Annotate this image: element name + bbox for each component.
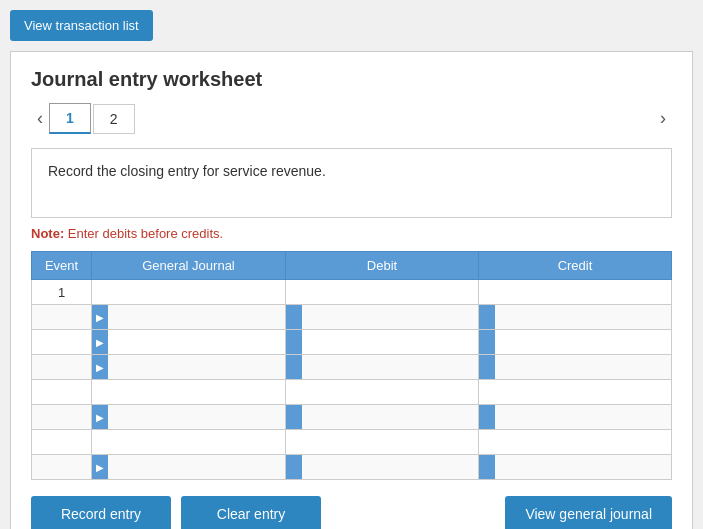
event-cell: [32, 380, 92, 405]
gj-input[interactable]: [108, 455, 285, 479]
table-row: ▶: [32, 455, 672, 480]
gj-cell[interactable]: ▶: [92, 455, 286, 480]
debit-arrow-icon: [286, 355, 302, 379]
tabs-row: ‹ 1 2 ›: [31, 103, 672, 134]
event-cell: [32, 355, 92, 380]
event-cell: 1: [32, 280, 92, 305]
journal-table: Event General Journal Debit Credit 1▶▶▶▶…: [31, 251, 672, 480]
credit-input[interactable]: [479, 380, 671, 404]
credit-input[interactable]: [495, 455, 671, 479]
debit-cell[interactable]: [286, 380, 479, 405]
credit-arrow-icon: [479, 330, 495, 354]
gj-input[interactable]: [92, 430, 285, 454]
event-cell: [32, 330, 92, 355]
gj-input[interactable]: [108, 330, 285, 354]
debit-cell[interactable]: [286, 305, 479, 330]
credit-arrow-icon: [479, 305, 495, 329]
gj-input[interactable]: [92, 380, 285, 404]
debit-cell[interactable]: [286, 280, 479, 305]
debit-input[interactable]: [302, 305, 478, 329]
indent-arrow-icon: ▶: [92, 405, 108, 429]
instruction-box: Record the closing entry for service rev…: [31, 148, 672, 218]
gj-cell[interactable]: ▶: [92, 330, 286, 355]
record-entry-button[interactable]: Record entry: [31, 496, 171, 529]
col-header-debit: Debit: [286, 252, 479, 280]
gj-input[interactable]: [108, 355, 285, 379]
debit-cell[interactable]: [286, 430, 479, 455]
indent-arrow-icon: ▶: [92, 330, 108, 354]
table-row: ▶: [32, 330, 672, 355]
debit-arrow-icon: [286, 330, 302, 354]
instruction-text: Record the closing entry for service rev…: [48, 163, 326, 179]
gj-cell[interactable]: ▶: [92, 305, 286, 330]
gj-cell[interactable]: [92, 380, 286, 405]
event-cell: [32, 305, 92, 330]
gj-cell[interactable]: ▶: [92, 355, 286, 380]
event-cell: [32, 430, 92, 455]
debit-input[interactable]: [302, 405, 478, 429]
gj-cell[interactable]: ▶: [92, 405, 286, 430]
table-row: ▶: [32, 355, 672, 380]
credit-cell[interactable]: [479, 455, 672, 480]
table-row: ▶: [32, 305, 672, 330]
table-row: ▶: [32, 405, 672, 430]
note-label: Note:: [31, 226, 64, 241]
tab-2[interactable]: 2: [93, 104, 135, 134]
table-row: [32, 380, 672, 405]
debit-input[interactable]: [302, 455, 478, 479]
credit-input[interactable]: [495, 355, 671, 379]
gj-input[interactable]: [108, 405, 285, 429]
debit-input[interactable]: [286, 380, 478, 404]
gj-input[interactable]: [92, 280, 285, 304]
credit-cell[interactable]: [479, 380, 672, 405]
credit-input[interactable]: [495, 405, 671, 429]
event-cell: [32, 455, 92, 480]
col-header-credit: Credit: [479, 252, 672, 280]
note-line: Note: Enter debits before credits.: [31, 226, 672, 241]
prev-tab-arrow[interactable]: ‹: [31, 106, 49, 131]
credit-input[interactable]: [495, 330, 671, 354]
note-text: Enter debits before credits.: [64, 226, 223, 241]
debit-input[interactable]: [302, 330, 478, 354]
credit-input[interactable]: [495, 305, 671, 329]
credit-arrow-icon: [479, 355, 495, 379]
table-row: 1: [32, 280, 672, 305]
event-cell: [32, 405, 92, 430]
tab-1[interactable]: 1: [49, 103, 91, 134]
view-general-journal-button[interactable]: View general journal: [505, 496, 672, 529]
view-transaction-button[interactable]: View transaction list: [10, 10, 153, 41]
debit-input[interactable]: [302, 355, 478, 379]
col-header-event: Event: [32, 252, 92, 280]
gj-cell[interactable]: [92, 430, 286, 455]
debit-arrow-icon: [286, 405, 302, 429]
bottom-buttons: Record entry Clear entry View general jo…: [31, 496, 672, 529]
credit-cell[interactable]: [479, 280, 672, 305]
debit-arrow-icon: [286, 455, 302, 479]
debit-cell[interactable]: [286, 455, 479, 480]
credit-arrow-icon: [479, 455, 495, 479]
debit-arrow-icon: [286, 305, 302, 329]
top-bar: View transaction list: [10, 10, 693, 41]
clear-entry-button[interactable]: Clear entry: [181, 496, 321, 529]
debit-cell[interactable]: [286, 330, 479, 355]
credit-arrow-icon: [479, 405, 495, 429]
debit-cell[interactable]: [286, 405, 479, 430]
col-header-gj: General Journal: [92, 252, 286, 280]
debit-input[interactable]: [286, 430, 478, 454]
credit-cell[interactable]: [479, 330, 672, 355]
credit-cell[interactable]: [479, 355, 672, 380]
debit-cell[interactable]: [286, 355, 479, 380]
indent-arrow-icon: ▶: [92, 305, 108, 329]
gj-cell[interactable]: [92, 280, 286, 305]
next-tab-arrow[interactable]: ›: [654, 106, 672, 131]
gj-input[interactable]: [108, 305, 285, 329]
credit-input[interactable]: [479, 430, 671, 454]
indent-arrow-icon: ▶: [92, 355, 108, 379]
main-panel: Journal entry worksheet ‹ 1 2 › Record t…: [10, 51, 693, 529]
credit-cell[interactable]: [479, 430, 672, 455]
debit-input[interactable]: [286, 280, 478, 304]
credit-cell[interactable]: [479, 305, 672, 330]
credit-input[interactable]: [479, 280, 671, 304]
credit-cell[interactable]: [479, 405, 672, 430]
worksheet-title: Journal entry worksheet: [31, 68, 672, 91]
